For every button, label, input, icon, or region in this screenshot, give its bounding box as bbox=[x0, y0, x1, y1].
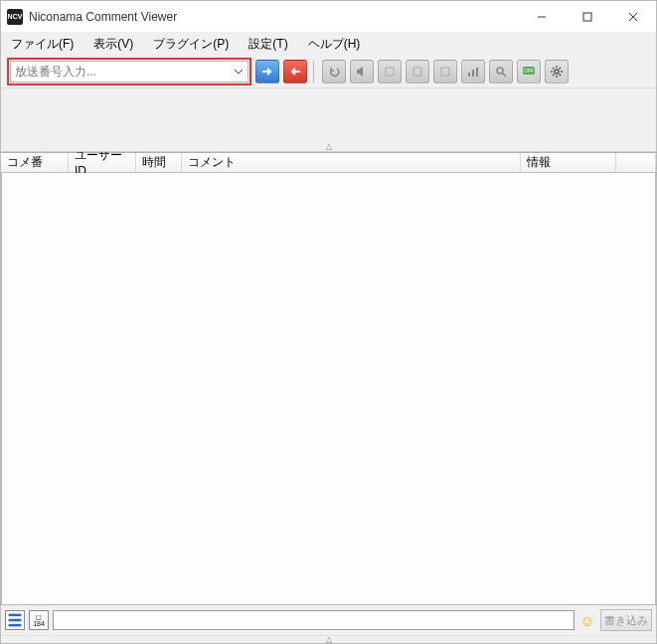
tool-button-1[interactable] bbox=[378, 60, 402, 83]
close-icon bbox=[628, 12, 638, 22]
broadcast-input[interactable] bbox=[15, 65, 234, 79]
splitter-handle-icon[interactable]: △ bbox=[326, 142, 332, 151]
search-icon bbox=[494, 65, 508, 79]
tool-button-3[interactable] bbox=[433, 60, 457, 83]
blank-square-icon bbox=[411, 65, 424, 79]
search-button[interactable] bbox=[489, 60, 513, 83]
anon-184-icon: ◻ bbox=[36, 613, 42, 620]
svg-line-11 bbox=[502, 73, 506, 77]
app-icon: NCV bbox=[7, 9, 23, 25]
connect-arrow-icon bbox=[260, 65, 274, 79]
toolbar-separator bbox=[313, 61, 314, 82]
column-extra[interactable] bbox=[616, 153, 656, 172]
blank-square-icon bbox=[383, 65, 397, 79]
comment-off-button[interactable]: OFF bbox=[517, 60, 541, 83]
column-comment-number[interactable]: コメ番 bbox=[1, 153, 69, 172]
upper-panel: △ bbox=[1, 88, 656, 152]
chevron-down-icon[interactable] bbox=[234, 67, 244, 77]
broadcast-input-highlight bbox=[7, 58, 251, 85]
svg-rect-9 bbox=[476, 68, 478, 77]
svg-rect-6 bbox=[441, 68, 449, 76]
speaker-icon bbox=[355, 65, 369, 79]
chart-icon bbox=[466, 65, 480, 79]
broadcast-combo[interactable] bbox=[10, 61, 248, 82]
menu-file[interactable]: ファイル(F) bbox=[7, 34, 78, 55]
blank-square-icon bbox=[438, 65, 452, 79]
maximize-button[interactable] bbox=[565, 1, 610, 33]
submit-button[interactable]: 書き込み bbox=[600, 609, 652, 631]
undo-button[interactable] bbox=[322, 60, 346, 83]
menubar: ファイル(F) 表示(V) プラグイン(P) 設定(T) ヘルプ(H) bbox=[1, 33, 656, 55]
gear-icon bbox=[550, 65, 564, 79]
smile-icon: ☺ bbox=[579, 612, 594, 629]
svg-text:OFF: OFF bbox=[524, 68, 534, 74]
menu-plugin[interactable]: プラグイン(P) bbox=[149, 34, 233, 55]
svg-point-14 bbox=[555, 70, 559, 74]
chart-button[interactable] bbox=[461, 60, 485, 83]
connect-button[interactable] bbox=[255, 60, 279, 83]
window-title: Niconama Comment Viewer bbox=[29, 10, 177, 24]
bottom-splitter[interactable]: △ bbox=[1, 635, 656, 643]
emoji-button[interactable]: ☺ bbox=[578, 611, 596, 629]
menu-view[interactable]: 表示(V) bbox=[89, 34, 137, 55]
disconnect-button[interactable] bbox=[283, 60, 307, 83]
svg-rect-7 bbox=[468, 73, 470, 77]
comment-input[interactable] bbox=[53, 610, 575, 630]
table-header: コメ番 ユーザーID 時間 コメント 情報 bbox=[1, 153, 656, 173]
comment-off-icon: OFF bbox=[522, 65, 536, 79]
list-mode-button[interactable] bbox=[5, 610, 25, 630]
svg-rect-4 bbox=[386, 68, 394, 76]
tool-button-2[interactable] bbox=[406, 60, 429, 83]
maximize-icon bbox=[582, 12, 592, 22]
minimize-icon bbox=[537, 12, 547, 22]
anon-184-label: 184 bbox=[33, 620, 45, 627]
anon-184-button[interactable]: ◻ 184 bbox=[29, 610, 49, 630]
svg-rect-5 bbox=[413, 68, 421, 76]
menu-help[interactable]: ヘルプ(H) bbox=[304, 34, 365, 55]
footer: ◻ 184 ☺ 書き込み bbox=[1, 605, 656, 635]
disconnect-arrow-icon bbox=[288, 65, 302, 79]
list-lines-icon bbox=[6, 611, 24, 629]
toolbar: OFF bbox=[1, 55, 656, 88]
menu-settings[interactable]: 設定(T) bbox=[245, 34, 291, 55]
undo-icon bbox=[327, 65, 341, 79]
gear-button[interactable] bbox=[545, 60, 569, 83]
column-time[interactable]: 時間 bbox=[136, 153, 182, 172]
table-body bbox=[1, 173, 656, 605]
splitter-handle-icon: △ bbox=[326, 635, 332, 644]
comment-table: コメ番 ユーザーID 時間 コメント 情報 bbox=[1, 152, 656, 605]
close-button[interactable] bbox=[610, 1, 656, 33]
column-info[interactable]: 情報 bbox=[521, 153, 616, 172]
titlebar: NCV Niconama Comment Viewer bbox=[1, 1, 656, 33]
column-comment[interactable]: コメント bbox=[182, 153, 521, 172]
svg-rect-1 bbox=[583, 13, 591, 21]
svg-rect-8 bbox=[472, 70, 474, 77]
voice-button[interactable] bbox=[350, 60, 374, 83]
column-user-id[interactable]: ユーザーID bbox=[69, 153, 136, 172]
minimize-button[interactable] bbox=[519, 1, 565, 33]
